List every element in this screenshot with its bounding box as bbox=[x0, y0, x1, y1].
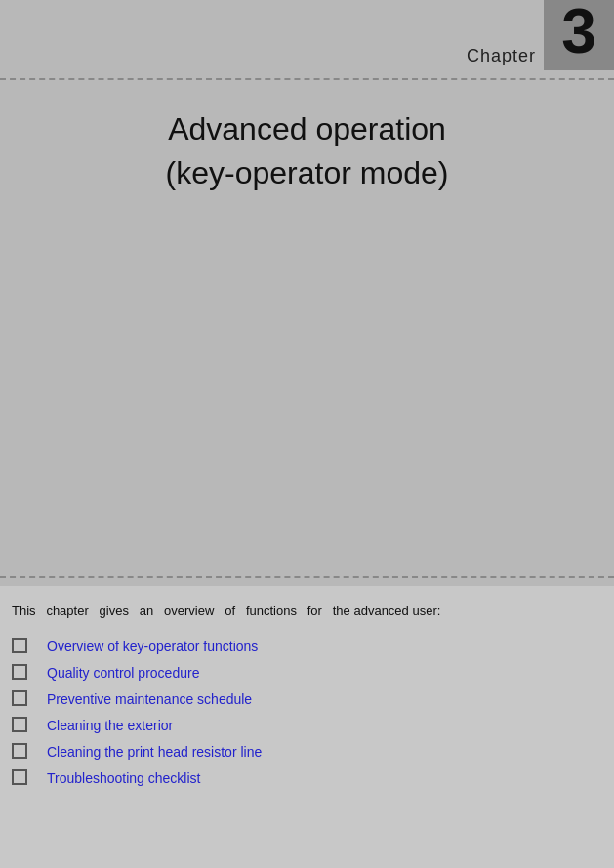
middle-divider bbox=[0, 576, 614, 578]
checkbox-icon bbox=[12, 743, 27, 759]
list-item: Cleaning the print head resistor line bbox=[8, 742, 594, 763]
list-item: Overview of key-operator functions bbox=[8, 637, 594, 657]
chapter-label: Chapter bbox=[467, 46, 536, 66]
title-line2: (key-operator mode) bbox=[166, 155, 449, 190]
chapter-number: 3 bbox=[561, 0, 596, 62]
chapter-number-box: 3 bbox=[544, 0, 614, 70]
list-item: Cleaning the exterior bbox=[8, 716, 594, 736]
checkbox-icon bbox=[12, 690, 27, 706]
link-overview[interactable]: Overview of key-operator functions bbox=[47, 637, 258, 657]
top-divider bbox=[0, 78, 614, 80]
content-section: This chapter gives an overview of functi… bbox=[0, 586, 614, 868]
chapter-header: Chapter 3 bbox=[0, 0, 614, 78]
main-title: Advanced operation (key-operator mode) bbox=[39, 107, 575, 195]
checkbox-icon bbox=[12, 638, 27, 653]
link-cleaning-head[interactable]: Cleaning the print head resistor line bbox=[47, 742, 262, 763]
link-troubleshooting[interactable]: Troubleshooting checklist bbox=[47, 768, 200, 789]
checkbox-icon bbox=[12, 769, 27, 785]
list-item: Preventive maintenance schedule bbox=[8, 689, 594, 710]
list-item: Troubleshooting checklist bbox=[8, 768, 594, 789]
intro-text: This chapter gives an overview of functi… bbox=[8, 601, 594, 621]
checkbox-icon bbox=[12, 664, 27, 680]
link-preventive[interactable]: Preventive maintenance schedule bbox=[47, 689, 252, 710]
link-cleaning-exterior[interactable]: Cleaning the exterior bbox=[47, 716, 173, 736]
checkbox-icon bbox=[12, 717, 27, 732]
page-container: Chapter 3 Advanced operation (key-operat… bbox=[0, 0, 614, 868]
title-section: Advanced operation (key-operator mode) bbox=[0, 88, 614, 215]
list-item: Quality control procedure bbox=[8, 663, 594, 683]
title-line1: Advanced operation bbox=[168, 111, 446, 146]
link-quality[interactable]: Quality control procedure bbox=[47, 663, 199, 683]
